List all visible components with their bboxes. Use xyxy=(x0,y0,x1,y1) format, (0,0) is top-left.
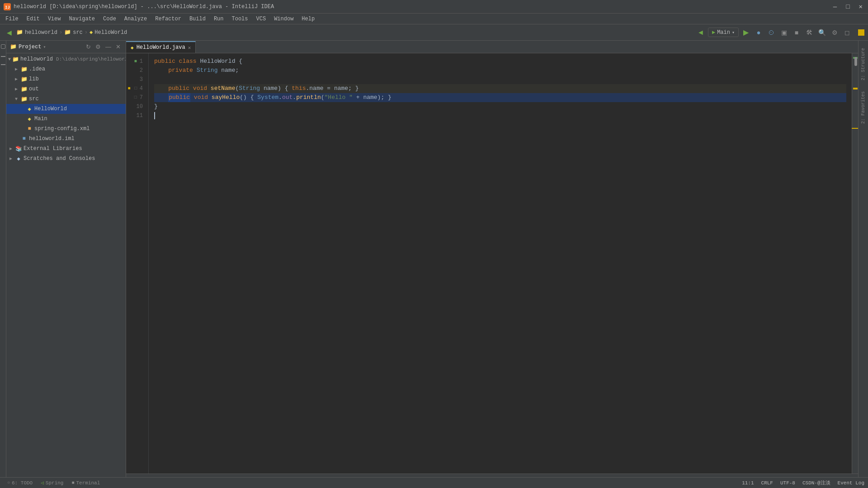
run-config-selector[interactable]: ▶ Main ▾ xyxy=(708,28,739,37)
scroll-thumb[interactable] xyxy=(854,57,857,66)
run-config-name: Main xyxy=(717,29,730,36)
tree-external-libs[interactable]: ▶ 📚 External Libraries xyxy=(6,144,126,154)
structure-side-tab[interactable]: 2: Structure xyxy=(860,42,867,86)
line-ending[interactable]: CRLF xyxy=(761,480,773,486)
plugin-label[interactable]: CSDN·@注淡 xyxy=(802,479,830,486)
bottom-tabs: ○ 6: TODO ◁ Spring ■ Terminal xyxy=(4,479,104,487)
tree-arrow-scratches: ▶ xyxy=(8,156,14,161)
tree-arrow-out: ▶ xyxy=(14,86,19,92)
menu-tools[interactable]: Tools xyxy=(228,15,252,23)
editor-scrollbar-h[interactable] xyxy=(126,474,858,477)
tree-out-label: out xyxy=(29,86,39,92)
breadcrumb-src-icon: 📁 xyxy=(64,29,71,36)
expand-button[interactable]: ◻ xyxy=(842,27,853,38)
cursor-position[interactable]: 11:1 xyxy=(742,480,754,486)
tree-helloworld-file[interactable]: ▶ ◆ HelloWorld xyxy=(6,104,126,114)
menu-analyze[interactable]: Analyze xyxy=(121,15,151,23)
tree-root[interactable]: ▼ 📁 helloworld D:\idea\spring\helloworl xyxy=(6,54,126,64)
back-nav-button[interactable]: ◄ xyxy=(695,27,706,38)
sidebar-hide-btn[interactable]: ✕ xyxy=(114,43,122,51)
menu-vcs[interactable]: VCS xyxy=(253,15,270,23)
kw-string-param: String xyxy=(239,84,260,93)
todo-label: 6: TODO xyxy=(12,480,33,486)
maximize-button[interactable]: □ xyxy=(844,3,851,10)
breadcrumb-project[interactable]: helloworld xyxy=(25,29,57,36)
gutter-fold-7[interactable]: □ xyxy=(132,93,139,102)
code-content[interactable]: public class HelloWorld { private String… xyxy=(149,53,852,474)
menu-refactor[interactable]: Refactor xyxy=(151,15,185,23)
menu-build[interactable]: Build xyxy=(186,15,209,23)
sidebar-settings-btn[interactable]: ⚙ xyxy=(94,43,102,51)
main-layout: 📁 Project ▾ ↻ ⚙ — ✕ ▼ 📁 helloworld D:\id… xyxy=(0,41,868,477)
tree-arrow-idea: ▶ xyxy=(14,66,19,72)
code-editor[interactable]: ■ 1 2 3 ■ □ 4 □ xyxy=(126,53,858,474)
line-num-2: 2 xyxy=(140,66,143,75)
minimize-button[interactable]: — xyxy=(831,3,839,10)
menu-help[interactable]: Help xyxy=(298,15,318,23)
menu-view[interactable]: View xyxy=(44,15,65,23)
run-config-arrow-icon: ▾ xyxy=(732,30,735,35)
tree-src[interactable]: ▼ 📁 src xyxy=(6,94,126,104)
tree-helloworld-label: HelloWorld xyxy=(34,106,67,112)
bottom-tab-todo[interactable]: ○ 6: TODO xyxy=(4,479,36,487)
sayhello-open: () { xyxy=(240,93,257,102)
coverage-button[interactable]: ⏲ xyxy=(766,27,777,38)
back-button[interactable]: ◀ xyxy=(4,27,14,38)
line-num-1: 1 xyxy=(140,57,143,66)
line-num-11: 11 xyxy=(137,111,143,120)
gutter-fold-4[interactable]: □ xyxy=(133,84,139,93)
editor-tabs: ◆ HelloWorld.java ✕ xyxy=(126,41,858,53)
right-gutter xyxy=(852,53,858,474)
space-7 xyxy=(190,93,194,102)
spring-icon: ◁ xyxy=(41,480,44,486)
tree-spring-config[interactable]: ▶ ■ spring-config.xml xyxy=(6,124,126,134)
menu-run[interactable]: Run xyxy=(210,15,227,23)
tree-out[interactable]: ▶ 📁 out xyxy=(6,84,126,94)
encoding[interactable]: UTF-8 xyxy=(780,480,795,486)
tab-close-button[interactable]: ✕ xyxy=(188,45,191,51)
project-dropdown-icon[interactable]: ▾ xyxy=(43,44,46,50)
build-button[interactable]: 🛠 xyxy=(804,27,815,38)
tree-lib-label: lib xyxy=(29,76,39,82)
menu-navigate[interactable]: Navigate xyxy=(65,15,99,23)
left-icon-3[interactable] xyxy=(1,64,5,65)
tree-main-file[interactable]: ▶ ◆ Main xyxy=(6,114,126,124)
spring-label: Spring xyxy=(46,480,64,486)
kw-public-7: public xyxy=(168,93,190,102)
left-icon-1[interactable] xyxy=(1,44,5,49)
run-button[interactable]: ▶ xyxy=(741,27,751,38)
println-open: ( xyxy=(321,93,325,102)
kw-public-4: public xyxy=(168,84,193,93)
stop-button[interactable]: ■ xyxy=(791,27,802,38)
tree-src-label: src xyxy=(29,96,39,102)
bottom-tab-terminal[interactable]: ■ Terminal xyxy=(68,479,104,487)
menu-file[interactable]: File xyxy=(2,15,22,23)
event-log[interactable]: Event Log xyxy=(838,480,864,486)
sidebar-header: 📁 Project ▾ ↻ ⚙ — ✕ xyxy=(6,41,126,53)
menu-edit[interactable]: Edit xyxy=(23,15,43,23)
search-everywhere-button[interactable]: 🔍 xyxy=(816,27,827,38)
tree-lib[interactable]: ▶ 📁 lib xyxy=(6,74,126,84)
menu-code[interactable]: Code xyxy=(99,15,120,23)
left-icon-2[interactable] xyxy=(1,56,5,57)
sidebar-sync-btn[interactable]: ↻ xyxy=(85,43,92,51)
favorites-side-tab[interactable]: 2: Favorites xyxy=(860,86,867,129)
scratches-icon: ◆ xyxy=(15,155,22,162)
tree-iml-file[interactable]: ▶ ■ helloworld.iml xyxy=(6,134,126,144)
kw-this: this xyxy=(292,84,306,93)
tree-scratches[interactable]: ▶ ◆ Scratches and Consoles xyxy=(6,154,126,164)
settings-button[interactable]: ⚙ xyxy=(829,27,840,38)
title-bar-left: IJ helloworld [D:\idea\spring\helloworld… xyxy=(4,3,274,10)
xml-icon: ■ xyxy=(26,126,33,132)
debug-button[interactable]: ● xyxy=(753,27,764,38)
breadcrumb-src[interactable]: src xyxy=(73,29,83,36)
kw-void-7: void xyxy=(194,93,212,102)
close-button[interactable]: ✕ xyxy=(857,3,864,10)
profiler-button[interactable]: ▣ xyxy=(778,27,789,38)
breadcrumb-file[interactable]: HelloWorld xyxy=(94,29,127,36)
menu-window[interactable]: Window xyxy=(270,15,297,23)
tree-idea[interactable]: ▶ 📁 .idea xyxy=(6,64,126,74)
bottom-tab-spring[interactable]: ◁ Spring xyxy=(37,479,67,487)
sidebar-collapse-btn[interactable]: — xyxy=(104,43,113,51)
editor-tab-helloworld[interactable]: ◆ HelloWorld.java ✕ xyxy=(126,41,196,53)
